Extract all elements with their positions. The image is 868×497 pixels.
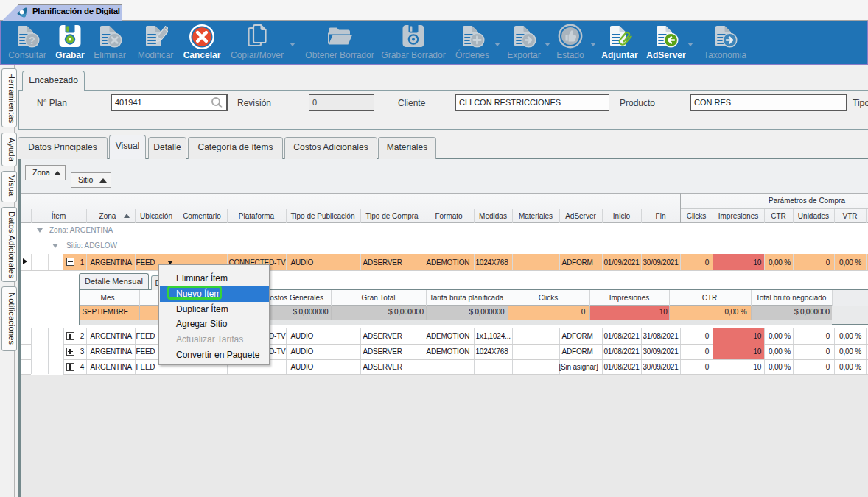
svg-text:?: ? (29, 35, 35, 46)
